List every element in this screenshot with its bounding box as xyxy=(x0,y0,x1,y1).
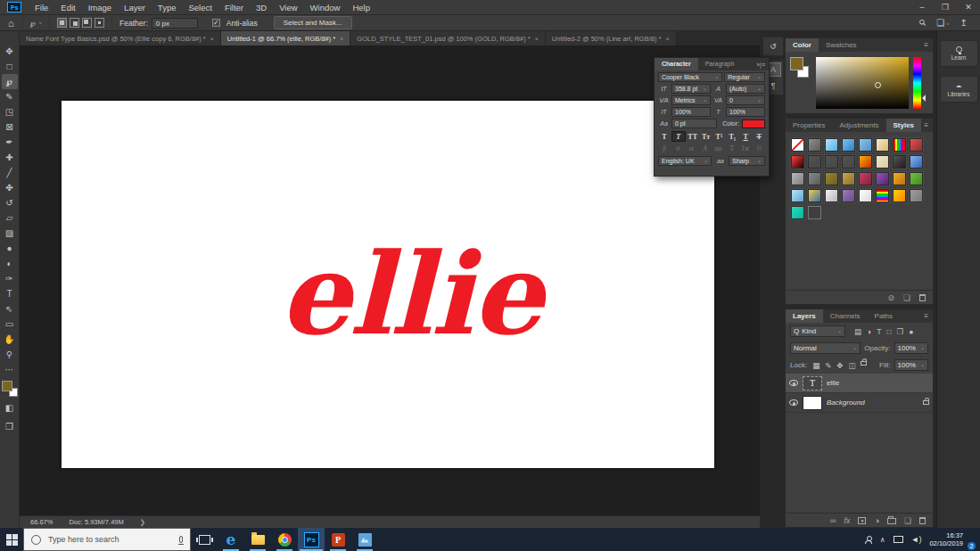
underline-button[interactable]: T xyxy=(739,131,752,142)
style-swatch[interactable] xyxy=(910,138,923,152)
lock-all-icon[interactable] xyxy=(861,361,867,366)
style-swatch[interactable] xyxy=(842,138,855,152)
status-menu-arrow-icon[interactable]: ❯ xyxy=(140,518,145,526)
tab-close-icon[interactable]: × xyxy=(210,36,214,42)
menu-type[interactable]: Type xyxy=(152,3,183,12)
menu-file[interactable]: File xyxy=(29,3,54,12)
text-layer-thumbnail[interactable]: T xyxy=(803,376,822,391)
fractions-button[interactable]: ½ xyxy=(753,144,765,153)
layer-visibility-icon[interactable] xyxy=(789,380,798,386)
edit-toolbar[interactable]: ⋯ xyxy=(2,362,18,377)
style-swatch[interactable] xyxy=(859,172,872,185)
anti-alias-select[interactable]: Sharp⌄ xyxy=(729,156,765,166)
tab-character[interactable]: Character xyxy=(655,58,698,70)
lasso-tool[interactable]: ℘ xyxy=(2,74,18,89)
color-field[interactable] xyxy=(816,57,909,109)
restore-button[interactable]: ❐ xyxy=(934,0,957,15)
ligatures-button[interactable]: fi xyxy=(658,144,671,153)
style-swatch[interactable] xyxy=(791,189,804,202)
menu-edit[interactable]: Edit xyxy=(54,3,81,12)
tab-close-icon[interactable]: × xyxy=(535,36,539,42)
dodge-tool[interactable]: ◐ xyxy=(2,256,18,271)
zoom-level[interactable]: 66.67% xyxy=(30,518,53,526)
taskbar-powerpoint[interactable]: P xyxy=(325,528,351,551)
home-icon[interactable]: ⌂ xyxy=(0,18,22,29)
foreground-color-swatch[interactable] xyxy=(2,381,12,391)
quick-mask-button[interactable]: ◧ xyxy=(2,400,18,415)
hue-pointer[interactable] xyxy=(918,95,926,102)
style-swatch[interactable] xyxy=(910,155,923,169)
workspace-switcher-icon[interactable]: ❏˅ xyxy=(936,18,949,28)
new-layer-icon[interactable]: ❏ xyxy=(904,516,911,525)
layer-mask-icon[interactable]: ● xyxy=(858,517,866,524)
learn-panel-button[interactable]: Learn xyxy=(940,40,978,67)
blend-mode-select[interactable]: Normal⌄ xyxy=(790,342,861,354)
delete-style-icon[interactable] xyxy=(919,294,926,301)
document-tab-2[interactable]: Untitled-1 @ 66.7% (ellie, RGB/8#) *× xyxy=(221,31,351,45)
taskbar-edge[interactable]: e xyxy=(218,528,244,551)
feather-input[interactable]: 0 px xyxy=(152,18,198,29)
layer-style-icon[interactable]: fx xyxy=(844,516,850,525)
document-tab-1[interactable]: Name Font Type Basics.psd @ 50% (Ellie c… xyxy=(20,31,221,45)
style-swatch[interactable] xyxy=(910,189,923,202)
path-selection-tool[interactable]: ⇖ xyxy=(2,301,18,317)
style-swatch[interactable] xyxy=(842,155,855,169)
filter-type-layers-icon[interactable]: T xyxy=(877,327,881,336)
layer-row-background[interactable]: Background xyxy=(786,393,933,413)
type-tool[interactable]: T xyxy=(2,286,18,301)
stylistic-alternates-button[interactable]: aa xyxy=(712,144,725,153)
select-and-mask-button[interactable]: Select and Mask... xyxy=(274,16,352,29)
minimize-button[interactable]: – xyxy=(910,0,934,15)
baseline-shift-input[interactable]: 0 pt xyxy=(671,119,717,128)
current-tool-preset[interactable]: ℘ ˅ xyxy=(22,15,50,30)
style-swatch[interactable] xyxy=(791,138,804,152)
style-swatch[interactable] xyxy=(842,172,855,185)
canvas-text[interactable]: ellie xyxy=(279,227,541,362)
tab-layers[interactable]: Layers xyxy=(786,309,823,323)
tracking-select[interactable]: 0⌄ xyxy=(726,95,765,105)
tab-adjustments[interactable]: Adjustments xyxy=(832,119,885,132)
filter-shape-layers-icon[interactable]: □ xyxy=(886,327,891,336)
strikethrough-button[interactable]: Ŧ xyxy=(753,131,765,142)
faux-bold-button[interactable]: T xyxy=(658,131,671,142)
new-style-icon[interactable]: ❏ xyxy=(903,293,910,302)
layer-visibility-icon[interactable] xyxy=(789,399,798,406)
libraries-panel-button[interactable]: ☁ Libraries xyxy=(940,76,978,103)
fill-select[interactable]: 100%⌄ xyxy=(894,359,929,371)
share-icon[interactable]: ↥ xyxy=(960,18,968,28)
filter-smart-objects-icon[interactable]: ❒ xyxy=(897,327,904,336)
style-swatch[interactable] xyxy=(876,172,889,185)
font-family-select[interactable]: Cooper Black⌄ xyxy=(658,72,722,82)
layer-name[interactable]: Background xyxy=(827,399,865,407)
discretionary-ligatures-button[interactable]: st xyxy=(685,144,697,153)
new-group-icon[interactable] xyxy=(887,518,896,524)
layer-row-ellie[interactable]: T ellie xyxy=(786,374,933,393)
vertical-scale-input[interactable]: 100% xyxy=(671,107,711,117)
panel-menu-icon[interactable]: ≡ xyxy=(924,312,933,320)
menu-select[interactable]: Select xyxy=(182,3,218,12)
foreground-color-swatch[interactable] xyxy=(790,57,803,70)
menu-layer[interactable]: Layer xyxy=(118,3,152,12)
style-swatch[interactable] xyxy=(893,172,906,185)
hand-tool[interactable]: ✋ xyxy=(2,332,18,347)
task-view-button[interactable] xyxy=(191,528,218,551)
tab-channels[interactable]: Channels xyxy=(823,309,868,323)
menu-help[interactable]: Help xyxy=(346,3,376,12)
font-size-select[interactable]: 358.8 pt⌄ xyxy=(671,84,711,94)
style-swatch[interactable] xyxy=(910,172,923,185)
style-swatch[interactable] xyxy=(825,189,838,202)
tab-properties[interactable]: Properties xyxy=(786,119,832,132)
subtract-from-selection-button[interactable] xyxy=(82,18,92,28)
taskbar-chrome[interactable] xyxy=(271,528,298,551)
font-style-select[interactable]: Regular⌄ xyxy=(724,72,765,82)
tab-close-icon[interactable]: × xyxy=(665,36,669,42)
tab-paragraph[interactable]: Paragraph xyxy=(698,58,742,70)
panel-menu-icon[interactable]: »|≡ xyxy=(756,62,769,68)
menu-window[interactable]: Window xyxy=(304,3,347,12)
style-swatch[interactable] xyxy=(893,138,906,152)
filter-pixel-layers-icon[interactable]: ▤ xyxy=(854,327,861,336)
filter-adjustment-layers-icon[interactable]: ◑ xyxy=(867,327,871,336)
lock-image-pixels-icon[interactable]: ✎ xyxy=(825,361,831,370)
eraser-tool[interactable]: ▱ xyxy=(2,210,18,226)
clear-style-icon[interactable]: ⊘ xyxy=(887,293,894,302)
